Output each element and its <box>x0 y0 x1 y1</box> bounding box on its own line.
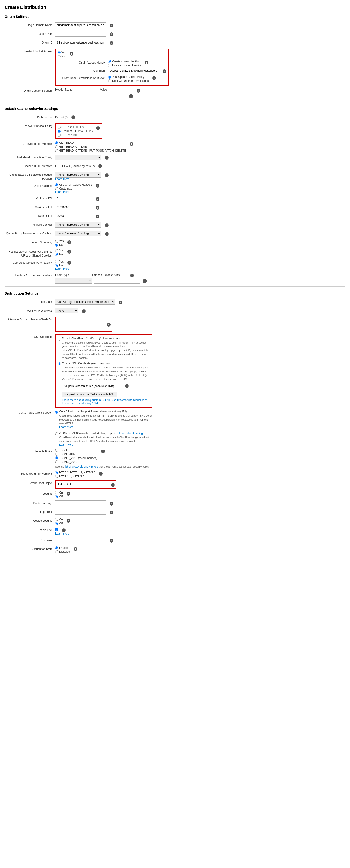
get-head-radio[interactable] <box>55 142 58 145</box>
enable-ipv6-learn-more-link[interactable]: Learn more <box>55 532 69 535</box>
distribution-enabled-radio[interactable] <box>55 546 58 549</box>
price-class-select[interactable]: Use All Edge Locations (Best Performance… <box>55 299 115 305</box>
cookie-logging-on-radio[interactable] <box>55 518 58 521</box>
aws-waf-info-icon[interactable]: i <box>82 309 86 313</box>
grant-read-permissions-info-icon[interactable]: i <box>153 76 156 80</box>
origin-path-input[interactable] <box>55 31 106 37</box>
create-new-identity-radio[interactable] <box>108 60 111 63</box>
compress-objects-no-radio[interactable] <box>55 264 58 267</box>
origin-access-identity-info-icon[interactable]: i <box>145 61 148 64</box>
origin-domain-name-input[interactable] <box>55 22 106 28</box>
tlsv1-2016-radio[interactable] <box>55 453 58 456</box>
forward-cookies-select[interactable]: None (Improves Caching) <box>55 222 101 227</box>
allowed-http-methods-info-icon[interactable]: i <box>130 142 133 146</box>
minimum-ttl-input[interactable] <box>55 196 92 201</box>
add-lambda-button[interactable]: + <box>143 279 147 283</box>
bucket-for-logs-input[interactable] <box>55 500 106 506</box>
alternate-domain-names-textarea[interactable] <box>57 318 103 330</box>
enable-ipv6-info-icon[interactable]: i <box>62 528 66 532</box>
ssl-cert-value-input[interactable] <box>62 383 122 389</box>
smooth-streaming-no-radio[interactable] <box>55 244 58 247</box>
origin-id-info-icon[interactable]: i <box>109 41 113 45</box>
default-ttl-info-icon[interactable]: i <box>96 215 99 218</box>
default-cloudfront-cert-radio[interactable] <box>58 338 61 341</box>
lambda-info-icon[interactable]: i <box>130 274 134 277</box>
logging-off-radio[interactable] <box>55 495 58 498</box>
object-caching-learn-more-link[interactable]: Learn More <box>55 190 69 193</box>
protocols-ciphers-link[interactable]: list of protocols and ciphers <box>65 465 98 468</box>
log-prefix-info-icon[interactable]: i <box>109 510 113 514</box>
sni-radio[interactable] <box>55 411 58 414</box>
http2-http11-http10-radio[interactable] <box>55 471 58 474</box>
maximum-ttl-info-icon[interactable]: i <box>96 206 99 210</box>
compress-objects-learn-more-link[interactable]: Learn More <box>55 267 69 270</box>
default-root-object-input[interactable] <box>57 482 107 487</box>
use-existing-identity-radio[interactable] <box>108 64 111 67</box>
restrict-bucket-yes-radio[interactable] <box>58 51 61 54</box>
http-and-https-radio[interactable] <box>58 126 61 129</box>
tlsv1-radio[interactable] <box>55 448 58 452</box>
distribution-comment-input[interactable] <box>55 537 106 543</box>
supported-http-versions-info-icon[interactable]: i <box>99 472 103 475</box>
all-clients-radio[interactable] <box>55 432 58 435</box>
comment-info-icon[interactable]: i <box>163 69 166 73</box>
forward-cookies-info-icon[interactable]: i <box>105 223 109 227</box>
no-will-update-permissions-radio[interactable] <box>108 80 111 83</box>
aws-waf-select[interactable]: None <box>55 308 78 313</box>
tlsv1-1-2016-radio[interactable] <box>55 457 58 460</box>
log-prefix-input[interactable] <box>55 509 106 515</box>
logging-on-radio[interactable] <box>55 491 58 494</box>
yes-update-bucket-policy-radio[interactable] <box>108 75 111 79</box>
tlsv1-2-2018-radio[interactable] <box>55 460 58 463</box>
query-string-forwarding-info-icon[interactable]: i <box>105 232 109 236</box>
http11-http10-radio[interactable] <box>55 475 58 478</box>
maximum-ttl-input[interactable] <box>55 205 92 210</box>
query-string-forwarding-select[interactable]: None (Improves Caching) <box>55 231 101 236</box>
lambda-event-type-select[interactable] <box>55 278 92 284</box>
cookie-logging-info-icon[interactable]: i <box>67 519 70 523</box>
distribution-disabled-radio[interactable] <box>55 550 58 553</box>
field-level-encryption-info-icon[interactable]: i <box>105 156 109 160</box>
header-name-input[interactable] <box>55 93 92 99</box>
default-ttl-input[interactable] <box>55 213 92 219</box>
lambda-arn-input[interactable] <box>94 278 140 284</box>
customize-caching-radio[interactable] <box>55 187 58 190</box>
all-clients-learn-more-link[interactable]: Learn More <box>59 443 73 446</box>
restrict-viewer-access-info-icon[interactable]: i <box>67 250 71 254</box>
learn-more-ssl-link[interactable]: Learn more about using custom SSL/TLS ce… <box>62 398 148 402</box>
security-policy-info-icon[interactable]: i <box>101 450 105 453</box>
compress-objects-info-icon[interactable]: i <box>67 261 71 265</box>
restrict-viewer-yes-radio[interactable] <box>55 249 58 252</box>
cache-headers-learn-more-link[interactable]: Learn More <box>55 178 69 181</box>
price-class-info-icon[interactable]: i <box>119 301 123 304</box>
distribution-state-info-icon[interactable]: i <box>74 547 77 551</box>
header-value-input[interactable] <box>94 93 126 99</box>
ssl-cert-value-info-icon[interactable]: i <box>125 384 129 388</box>
cache-based-on-headers-select[interactable]: None (Improves Caching) <box>55 172 101 178</box>
redirect-http-https-radio[interactable] <box>58 130 61 133</box>
add-header-button[interactable]: + <box>129 94 133 98</box>
bucket-for-logs-info-icon[interactable]: i <box>109 502 113 505</box>
restrict-viewer-no-radio[interactable] <box>55 253 58 256</box>
logging-info-icon[interactable]: i <box>67 492 70 496</box>
cache-based-on-headers-info-icon[interactable]: i <box>105 174 109 177</box>
restrict-bucket-no-radio[interactable] <box>58 55 61 58</box>
field-level-encryption-select[interactable] <box>55 155 101 160</box>
distribution-comment-info-icon[interactable]: i <box>109 539 113 542</box>
use-origin-cache-headers-radio[interactable] <box>55 183 58 186</box>
request-import-cert-button[interactable]: Request or Import a Certificate with ACM <box>62 392 117 397</box>
https-only-radio[interactable] <box>58 133 61 136</box>
get-head-options-radio[interactable] <box>55 145 58 148</box>
comment-input[interactable] <box>108 68 159 73</box>
viewer-protocol-info-icon[interactable]: i <box>96 126 100 130</box>
default-root-object-info-icon[interactable]: i <box>111 483 115 487</box>
smooth-streaming-info-icon[interactable]: i <box>67 241 71 244</box>
custom-headers-info-icon[interactable]: i <box>136 89 140 93</box>
minimum-ttl-info-icon[interactable]: i <box>96 197 99 201</box>
origin-domain-name-info-icon[interactable]: i <box>109 24 113 27</box>
learn-more-acm-link[interactable]: Learn more about using ACM. <box>62 402 99 405</box>
all-clients-pricing-link[interactable]: Learn about pricing. <box>119 432 144 435</box>
alternate-domain-names-info-icon[interactable]: i <box>107 323 110 327</box>
get-head-options-put-radio[interactable] <box>55 149 58 152</box>
enable-ipv6-checkbox[interactable] <box>55 528 58 531</box>
